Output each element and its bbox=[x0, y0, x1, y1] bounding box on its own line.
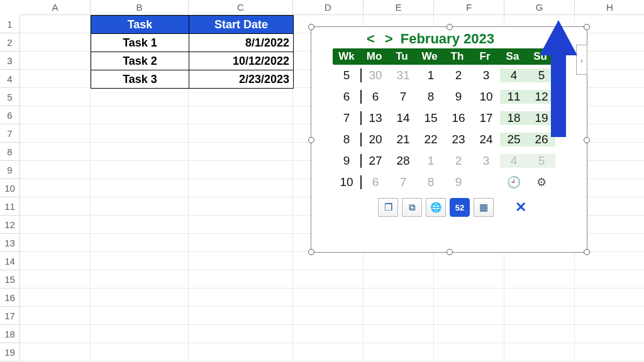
cell[interactable] bbox=[434, 307, 504, 325]
cell[interactable] bbox=[91, 325, 189, 343]
cell[interactable] bbox=[575, 343, 644, 361]
cell[interactable] bbox=[575, 270, 644, 288]
cell[interactable] bbox=[91, 307, 189, 325]
cell[interactable] bbox=[91, 288, 189, 307]
cell[interactable] bbox=[20, 88, 91, 106]
day-cell[interactable]: 15 bbox=[417, 111, 445, 125]
window-restore-button[interactable]: ❐ bbox=[378, 198, 398, 217]
cell[interactable] bbox=[20, 270, 91, 288]
day-cell[interactable]: 6 bbox=[362, 175, 389, 189]
cell[interactable] bbox=[189, 307, 293, 325]
date-header[interactable]: Start Date bbox=[189, 16, 294, 34]
day-cell[interactable]: 4 bbox=[500, 154, 528, 168]
cell[interactable] bbox=[20, 143, 91, 161]
day-cell[interactable]: 30 bbox=[362, 69, 389, 82]
column-header-C[interactable]: C bbox=[189, 0, 293, 15]
select-all-corner[interactable] bbox=[0, 0, 20, 15]
row-header-16[interactable]: 16 bbox=[0, 288, 20, 307]
cell[interactable] bbox=[91, 88, 189, 106]
resize-handle-tm[interactable] bbox=[447, 24, 453, 30]
cell[interactable] bbox=[91, 143, 189, 161]
task-cell[interactable]: Task 1 bbox=[91, 34, 189, 52]
column-header-A[interactable]: A bbox=[20, 0, 91, 15]
cell[interactable] bbox=[434, 343, 504, 361]
week-number[interactable]: 10 bbox=[333, 175, 362, 189]
cell[interactable] bbox=[504, 343, 575, 361]
cell[interactable] bbox=[293, 307, 364, 325]
cell[interactable] bbox=[91, 179, 189, 197]
cell[interactable] bbox=[20, 307, 91, 325]
week52-button[interactable]: 52 bbox=[450, 198, 470, 217]
cell[interactable] bbox=[364, 270, 434, 288]
day-cell[interactable]: 9 bbox=[445, 90, 472, 104]
row-header-4[interactable]: 4 bbox=[0, 70, 20, 88]
table-row[interactable]: Task 1 8/1/2022 bbox=[91, 34, 294, 52]
day-cell[interactable]: 6 bbox=[362, 90, 389, 104]
close-button[interactable]: ✕ bbox=[515, 199, 526, 216]
row-header-13[interactable]: 13 bbox=[0, 234, 20, 252]
day-cell[interactable]: 19 bbox=[528, 111, 555, 125]
cell[interactable] bbox=[20, 70, 91, 88]
column-header-E[interactable]: E bbox=[364, 0, 434, 15]
day-cell[interactable]: 13 bbox=[362, 111, 389, 125]
cell[interactable] bbox=[434, 252, 504, 270]
cell[interactable] bbox=[364, 252, 434, 270]
row-header-1[interactable]: 1 bbox=[0, 15, 20, 33]
cell[interactable] bbox=[91, 161, 189, 179]
day-cell[interactable]: 3 bbox=[472, 69, 500, 82]
row-header-3[interactable]: 3 bbox=[0, 52, 20, 70]
resize-handle-tr[interactable] bbox=[584, 24, 590, 30]
cell[interactable] bbox=[293, 343, 364, 361]
day-cell[interactable]: 12 bbox=[528, 90, 555, 104]
cell[interactable] bbox=[189, 179, 293, 197]
row-header-2[interactable]: 2 bbox=[0, 33, 20, 52]
cell[interactable] bbox=[91, 234, 189, 252]
day-cell[interactable]: 5 bbox=[528, 69, 555, 82]
cell[interactable] bbox=[20, 216, 91, 234]
cell[interactable] bbox=[20, 124, 91, 143]
resize-handle-mr[interactable] bbox=[584, 137, 590, 143]
cell[interactable] bbox=[575, 307, 644, 325]
clock-icon[interactable]: 🕘 bbox=[500, 175, 528, 189]
row-header-14[interactable]: 14 bbox=[0, 252, 20, 270]
resize-handle-br[interactable] bbox=[584, 249, 590, 255]
cell[interactable] bbox=[20, 179, 91, 197]
cell[interactable] bbox=[364, 307, 434, 325]
table-row[interactable]: Task 2 10/12/2022 bbox=[91, 52, 294, 70]
day-cell[interactable]: 8 bbox=[417, 90, 445, 104]
cell[interactable] bbox=[293, 252, 364, 270]
cell[interactable] bbox=[293, 325, 364, 343]
day-cell[interactable]: 27 bbox=[362, 154, 389, 168]
date-cell[interactable]: 10/12/2022 bbox=[189, 52, 294, 70]
cell[interactable] bbox=[91, 252, 189, 270]
cell[interactable] bbox=[189, 270, 293, 288]
day-cell[interactable]: 16 bbox=[445, 111, 472, 125]
cell[interactable] bbox=[20, 33, 91, 52]
day-cell[interactable]: 10 bbox=[472, 90, 500, 104]
week-number[interactable]: 9 bbox=[333, 154, 362, 168]
day-cell[interactable]: 5 bbox=[528, 154, 555, 168]
cell[interactable] bbox=[504, 252, 575, 270]
day-cell[interactable]: 28 bbox=[389, 154, 417, 168]
cell[interactable] bbox=[189, 106, 293, 124]
cell[interactable] bbox=[20, 234, 91, 252]
cell[interactable] bbox=[20, 288, 91, 307]
column-header-F[interactable]: F bbox=[434, 0, 504, 15]
table-row[interactable]: Task 3 2/23/2023 bbox=[91, 70, 294, 89]
row-header-12[interactable]: 12 bbox=[0, 216, 20, 234]
cell[interactable] bbox=[293, 270, 364, 288]
window-new-button[interactable]: ⧉ bbox=[402, 198, 422, 217]
cell[interactable] bbox=[91, 106, 189, 124]
cell[interactable] bbox=[91, 270, 189, 288]
day-cell[interactable]: 26 bbox=[528, 133, 555, 146]
cell[interactable] bbox=[189, 143, 293, 161]
week-number[interactable]: 8 bbox=[333, 133, 362, 146]
cell[interactable] bbox=[293, 288, 364, 307]
cell[interactable] bbox=[20, 106, 91, 124]
cell[interactable] bbox=[91, 197, 189, 216]
column-header-B[interactable]: B bbox=[91, 0, 189, 15]
cell[interactable] bbox=[91, 343, 189, 361]
day-cell[interactable]: 9 bbox=[445, 175, 472, 189]
day-cell[interactable]: 7 bbox=[389, 90, 417, 104]
row-header-15[interactable]: 15 bbox=[0, 270, 20, 288]
